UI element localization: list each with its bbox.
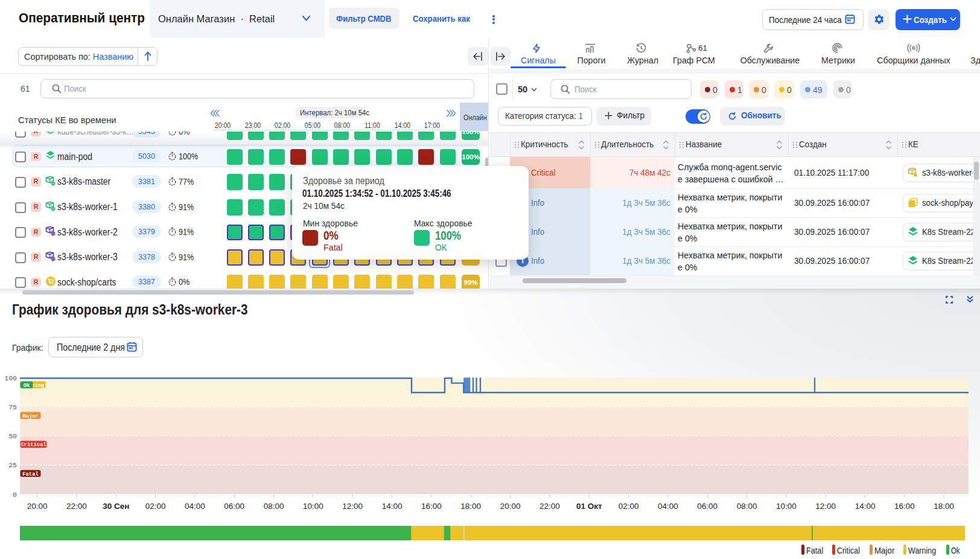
svg-text:0: 0 <box>13 491 17 499</box>
svg-text:04:00: 04:00 <box>185 502 205 511</box>
svg-text:75: 75 <box>8 403 17 411</box>
svg-text:Critical: Critical <box>21 442 46 448</box>
svg-text:01 Окт: 01 Окт <box>576 502 602 511</box>
svg-text:22:00: 22:00 <box>539 502 560 511</box>
svg-text:10:00: 10:00 <box>303 502 323 511</box>
svg-text:02:00: 02:00 <box>145 502 166 511</box>
svg-text:22:00: 22:00 <box>66 502 87 511</box>
svg-text:12:00: 12:00 <box>815 502 836 511</box>
svg-text:Fatal: Fatal <box>22 471 38 478</box>
svg-text:08:00: 08:00 <box>737 502 757 511</box>
svg-text:20:00: 20:00 <box>500 502 521 511</box>
svg-text:08:00: 08:00 <box>264 502 284 511</box>
svg-text:Warning: Warning <box>22 383 44 389</box>
svg-text:16:00: 16:00 <box>894 502 915 511</box>
svg-text:25: 25 <box>8 461 17 469</box>
svg-text:16:00: 16:00 <box>421 502 442 511</box>
svg-text:18:00: 18:00 <box>934 502 954 511</box>
svg-text:10:00: 10:00 <box>776 502 797 511</box>
svg-text:Ok: Ok <box>24 383 30 389</box>
svg-text:12:00: 12:00 <box>342 502 363 511</box>
svg-text:14:00: 14:00 <box>382 502 402 511</box>
svg-text:30 Сен: 30 Сен <box>103 502 129 511</box>
svg-text:100: 100 <box>4 374 17 382</box>
svg-text:06:00: 06:00 <box>697 502 718 511</box>
svg-text:04:00: 04:00 <box>658 502 678 511</box>
svg-text:18:00: 18:00 <box>460 502 481 511</box>
svg-text:50: 50 <box>8 432 17 440</box>
svg-text:14:00: 14:00 <box>855 502 876 511</box>
svg-text:Major: Major <box>22 414 38 420</box>
svg-text:02:00: 02:00 <box>619 502 639 511</box>
svg-text:20:00: 20:00 <box>27 502 48 511</box>
svg-text:06:00: 06:00 <box>224 502 244 511</box>
